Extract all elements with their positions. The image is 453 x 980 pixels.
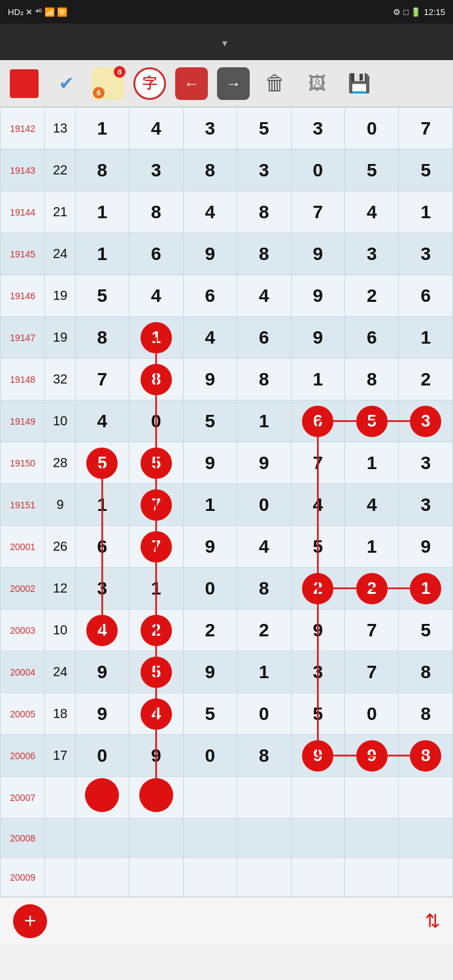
num-cell: 6 — [291, 400, 344, 442]
num-cell: 0 — [345, 108, 399, 150]
sum-cell: 19 — [45, 317, 75, 359]
num-cell — [75, 777, 129, 819]
id-cell: 19145 — [1, 233, 45, 275]
num-cell: 1 — [399, 191, 453, 233]
arrow-left-icon: ← — [175, 67, 208, 100]
num-cell: 0 — [75, 735, 129, 777]
red-dot — [139, 778, 173, 812]
num-cell — [345, 858, 399, 897]
circled-number: 1 — [410, 573, 441, 604]
num-cell: 5 — [183, 693, 237, 735]
sort-icon[interactable]: ⇅ — [425, 910, 440, 932]
num-cell: 9 — [183, 233, 237, 275]
num-cell: 1 — [75, 233, 129, 275]
toolbar-photo[interactable]: 🖼 — [298, 65, 336, 103]
num-cell: 7 — [345, 651, 399, 693]
save-icon: 💾 — [343, 67, 375, 100]
num-cell: 1 — [399, 568, 453, 610]
toolbar-red-square[interactable] — [5, 65, 43, 103]
sum-cell: 32 — [45, 359, 75, 400]
num-cell: 7 — [291, 442, 344, 484]
trash-icon: 🗑 — [259, 67, 292, 100]
sum-cell: 19 — [45, 275, 75, 317]
num-cell: 5 — [399, 150, 453, 191]
num-cell — [129, 819, 183, 858]
circled-number: 7 — [141, 531, 172, 563]
id-cell: 19148 — [1, 359, 45, 400]
id-cell: 20004 — [1, 651, 45, 693]
num-cell: 1 — [237, 400, 291, 442]
sum-cell — [45, 777, 75, 819]
id-cell: 19144 — [1, 191, 45, 233]
circled-number: 7 — [141, 489, 172, 521]
num-cell: 0 — [129, 400, 183, 442]
sum-cell — [45, 858, 75, 897]
num-cell: 5 — [345, 400, 399, 442]
toolbar: ✔ 8 6 字 ← → 🗑 🖼 💾 — [0, 60, 453, 107]
sum-cell: 10 — [45, 400, 75, 442]
circled-number: 5 — [356, 406, 388, 437]
num-cell: 4 — [75, 610, 129, 651]
add-button[interactable]: + — [13, 904, 47, 938]
bottom-bar: + ⇅ — [0, 897, 453, 944]
num-cell: 5 — [129, 651, 183, 693]
num-cell: 6 — [183, 275, 237, 317]
num-cell: 1 — [75, 484, 129, 526]
num-cell: 1 — [129, 317, 183, 359]
toolbar-check[interactable]: ✔ — [47, 65, 85, 103]
num-cell: 8 — [237, 233, 291, 275]
toolbar-save[interactable]: 💾 — [340, 65, 378, 103]
num-cell: 8 — [399, 693, 453, 735]
num-cell: 2 — [345, 568, 399, 610]
num-cell: 8 — [129, 191, 183, 233]
title-dropdown-icon[interactable]: ▾ — [222, 38, 227, 48]
num-cell: 8 — [237, 568, 291, 610]
num-cell: 9 — [183, 526, 237, 568]
num-cell: 1 — [237, 651, 291, 693]
num-cell: 3 — [75, 568, 129, 610]
sum-cell: 13 — [45, 108, 75, 150]
id-cell: 19142 — [1, 108, 45, 150]
sum-cell: 22 — [45, 150, 75, 191]
num-cell: 8 — [237, 359, 291, 400]
num-cell: 3 — [129, 150, 183, 191]
num-cell — [129, 858, 183, 897]
circled-number: 1 — [141, 322, 172, 353]
num-cell: 9 — [291, 233, 344, 275]
badge-bottom: 6 — [93, 87, 105, 99]
num-cell: 8 — [75, 150, 129, 191]
toolbar-arrow-left[interactable]: ← — [173, 65, 210, 103]
sum-cell — [45, 819, 75, 858]
status-signal: HD₂ ✕ ⁴⁶ 📶 🛜 — [8, 7, 67, 17]
num-cell: 3 — [399, 442, 453, 484]
num-cell: 8 — [237, 735, 291, 777]
num-cell: 1 — [183, 484, 237, 526]
red-square-icon — [10, 69, 39, 98]
sum-cell: 26 — [45, 526, 75, 568]
circled-number: 3 — [410, 406, 441, 437]
toolbar-arrow-right[interactable]: → — [214, 65, 252, 103]
num-cell: 8 — [237, 191, 291, 233]
toolbar-zi-circle[interactable]: 字 — [131, 65, 169, 103]
num-cell: 5 — [129, 442, 183, 484]
num-cell: 0 — [183, 735, 237, 777]
id-cell: 20003 — [1, 610, 45, 651]
num-cell: 4 — [237, 526, 291, 568]
num-cell: 1 — [291, 359, 344, 400]
toolbar-badge-zi[interactable]: 8 6 — [89, 65, 127, 103]
toolbar-trash[interactable]: 🗑 — [256, 65, 294, 103]
sum-cell: 12 — [45, 568, 75, 610]
num-cell: 6 — [399, 275, 453, 317]
id-cell: 19149 — [1, 400, 45, 442]
status-bar: HD₂ ✕ ⁴⁶ 📶 🛜 ⚙ □ 🔋 12:15 — [0, 0, 453, 24]
num-cell: 0 — [291, 150, 344, 191]
num-cell: 9 — [183, 359, 237, 400]
red-dot — [85, 778, 119, 812]
num-cell: 7 — [129, 484, 183, 526]
circled-number: 8 — [141, 364, 172, 395]
num-cell: 4 — [129, 275, 183, 317]
num-cell: 9 — [399, 526, 453, 568]
photo-icon: 🖼 — [301, 67, 333, 100]
num-cell: 9 — [291, 610, 344, 651]
id-cell: 20002 — [1, 568, 45, 610]
